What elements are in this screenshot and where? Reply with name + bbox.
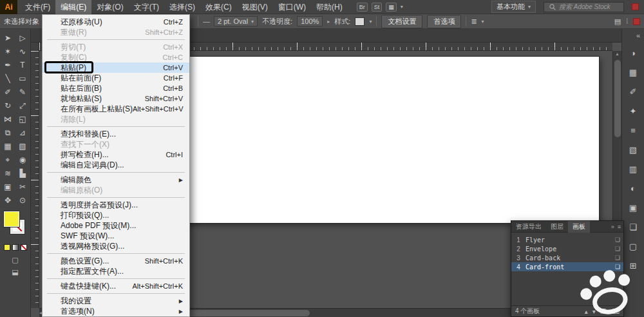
artboard-icon[interactable]: ❏ [615,236,620,243]
menu-item-adobe-pdf-presets[interactable]: Adobe PDF 预设(M)... [43,220,189,231]
artboard-name[interactable]: Card-front [526,264,564,271]
artboard-canvas[interactable] [167,57,599,223]
menu-item-print-presets[interactable]: 打印预设(Q)... [43,210,189,220]
rotate-tool[interactable]: ↻ [1,99,15,112]
chevron-down-icon[interactable]: ▾ [401,4,403,10]
slice-tool[interactable]: ✂ [15,180,30,193]
menu-item-preferences[interactable]: 首选项(N) ▶ [43,306,189,316]
direct-selection-tool[interactable]: ▷ [15,31,30,44]
menu-item-undo[interactable]: 还原移动(U) Ctrl+Z [43,17,189,27]
opacity-select[interactable]: 100% [297,16,323,26]
paintbrush-tool[interactable]: ✐ [1,85,15,99]
menu-item-color-settings[interactable]: 颜色设置(G)... Shift+Ctrl+K [43,256,189,266]
artboard-icon[interactable]: ❏ [615,255,620,261]
shape-builder-tool[interactable]: ⧉ [1,126,15,139]
panel-menu-icon[interactable]: ≡ [618,224,621,230]
symbol-sprayer-tool[interactable]: ≋ [1,166,15,180]
menu-item-swf-presets[interactable]: SWF 预设(W)... [43,231,189,241]
vertical-ruler[interactable] [31,51,39,308]
appearance-panel-icon[interactable]: ◐ [625,182,641,194]
column-graph-tool[interactable]: ▙ [15,166,30,180]
stroke-profile-select[interactable]: 2 pt. Oval ▾ [214,16,258,26]
menu-item-redo[interactable]: 重做(R) Shift+Ctrl+Z [43,27,189,37]
menu-item-find-next[interactable]: 查找下一个(X) [43,139,189,149]
menu-item-edit-colors[interactable]: 编辑颜色 ▶ [43,175,189,185]
workspace-switcher[interactable]: 基本功能 ▾ [491,1,536,13]
document-setup-button[interactable]: 文档设置 [381,15,422,28]
app-logo[interactable]: Ai [0,0,17,14]
layers-panel-icon[interactable]: ❏ [625,221,641,233]
draw-mode-icon[interactable]: ▢ [12,256,18,264]
menu-item-keyboard-shortcuts[interactable]: 键盘快捷键(K)... Alt+Shift+Ctrl+K [43,281,189,291]
artboard-name[interactable]: Card-back [526,255,560,262]
menu-object[interactable]: 对象(O) [91,0,128,14]
menu-item-transparency-flattener-presets[interactable]: 透明度拼合器预设(J)... [43,200,189,210]
menu-item-edit-custom-dictionary[interactable]: 编辑自定词典(D)... [43,160,189,170]
gradient-tool[interactable]: ▧ [15,139,30,153]
menu-item-paste-on-all-artboards[interactable]: 在所有画板上粘贴(S) Alt+Shift+Ctrl+V [43,104,189,114]
menu-item-copy[interactable]: 复制(C) Ctrl+C [43,52,189,62]
menu-window[interactable]: 窗口(W) [273,0,311,14]
menu-edit[interactable]: 编辑(E) [55,0,91,14]
width-tool[interactable]: ⋈ [1,112,15,126]
menu-item-paste-in-place[interactable]: 就地粘贴(S) Shift+Ctrl+V [43,93,189,104]
menu-select[interactable]: 选择(S) [164,0,200,14]
brushes-panel-icon[interactable]: ✐ [625,86,641,97]
artboard-row[interactable]: 1 Flyer ❏ [511,235,623,244]
menu-type[interactable]: 文字(T) [129,0,164,14]
free-transform-tool[interactable]: ◱ [15,112,30,126]
eyedropper-tool[interactable]: ⌖ [1,153,15,166]
scale-tool[interactable]: ⤢ [15,99,30,112]
menu-item-cut[interactable]: 剪切(T) Ctrl+X [43,42,189,52]
menu-item-assign-profile[interactable]: 指定配置文件(A)... [43,266,189,276]
tab-layers[interactable]: 图层 [546,221,568,233]
menu-item-perspective-grid-presets[interactable]: 透视网格预设(G)... [43,241,189,251]
pencil-tool[interactable]: ✎ [15,85,30,99]
symbols-panel-icon[interactable]: ✦ [625,105,641,117]
menu-item-paste[interactable]: 粘贴(P) Ctrl+V [43,62,189,73]
menu-item-paste-in-back[interactable]: 贴在后面(B) Ctrl+B [43,83,189,93]
zoom-tool[interactable]: ⊙ [15,193,30,207]
chevron-down-icon[interactable]: ▾ [482,19,484,24]
menu-item-clear[interactable]: 清除(L) [43,114,189,124]
more-options-icon[interactable]: ⫶ [626,17,628,26]
ruler-corner[interactable] [31,43,39,51]
magic-wand-tool[interactable]: ✶ [1,44,15,58]
menu-view[interactable]: 视图(V) [237,0,273,14]
color-mode-icon[interactable] [4,244,10,251]
menu-item-edit-original[interactable]: 编辑原稿(O) [43,185,189,195]
arrange-documents-icon[interactable]: ▦ [386,3,397,12]
perspective-grid-tool[interactable]: ⊿ [15,126,30,139]
graphic-styles-panel-icon[interactable]: ▣ [625,202,641,213]
stock-icon[interactable]: St [372,3,383,12]
hand-tool[interactable]: ✥ [1,193,15,207]
grid-view-icon[interactable]: ▤ [614,17,621,26]
menu-item-my-settings[interactable]: 我的设置 ▶ [43,296,189,306]
stroke-panel-icon[interactable]: ≡ [625,124,641,136]
style-swatch[interactable] [355,17,365,26]
blend-tool[interactable]: ◉ [15,153,30,166]
vertical-scroll-thumb[interactable] [614,60,621,137]
tab-artboards[interactable]: 画板 [568,221,590,233]
type-tool[interactable]: T [15,58,30,72]
transparency-panel-icon[interactable]: ▥ [625,163,641,175]
menu-file[interactable]: 文件(F) [20,0,55,14]
menu-item-check-spelling[interactable]: 拼写检查(H)... Ctrl+I [43,149,189,160]
screen-mode-icon[interactable]: ⬓ [12,268,18,276]
bridge-icon[interactable]: Br [357,3,368,12]
menu-item-paste-in-front[interactable]: 贴在前面(F) Ctrl+F [43,73,189,83]
none-mode-icon[interactable] [21,244,27,251]
artboard-icon[interactable]: ❏ [615,245,620,252]
adobe-stock-search-input[interactable]: 搜索 Adobe Stock [544,2,624,12]
fill-color-swatch[interactable] [4,211,19,227]
panel-collapse-icon[interactable]: » [611,224,614,230]
rectangle-tool[interactable]: ▭ [15,72,30,85]
tab-asset-export[interactable]: 资源导出 [511,221,546,233]
artboard-tool[interactable]: ▣ [1,180,15,193]
gradient-panel-icon[interactable]: ▧ [625,144,641,155]
artboard-row[interactable]: 2 Envelope ❏ [511,244,623,253]
color-panel-icon[interactable]: ◑ [625,47,641,59]
lasso-tool[interactable]: ∿ [15,44,30,58]
artboards-panel-icon[interactable]: ▢ [625,240,641,252]
selection-tool[interactable]: ➤ [1,31,15,44]
